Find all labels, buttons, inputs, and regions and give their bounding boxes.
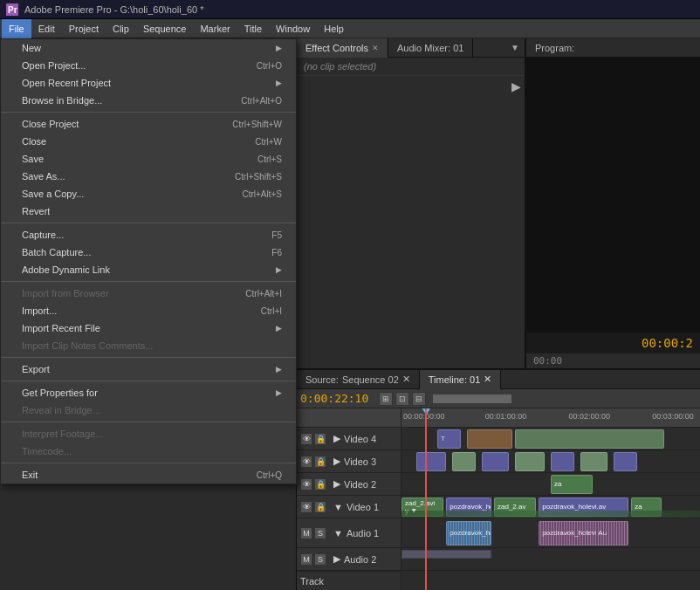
v4-expand[interactable]: ▶ xyxy=(333,433,340,444)
menu-item-browse[interactable]: Browse in Bridge...Ctrl+Alt+O xyxy=(1,92,296,109)
v1-lock[interactable]: 🔒 xyxy=(314,501,326,513)
a2-expand[interactable]: ▶ xyxy=(333,553,340,565)
v4-clip-2[interactable] xyxy=(467,429,511,449)
v3-clip-2[interactable] xyxy=(452,452,476,471)
a1-expand[interactable]: ▼ xyxy=(333,528,343,539)
menu-item-save-as[interactable]: Save As...Ctrl+Shift+S xyxy=(1,168,296,185)
v3-clip-4[interactable] xyxy=(515,452,545,471)
menu-window[interactable]: Window xyxy=(269,19,317,38)
audio-mixer-label: Audio Mixer: 01 xyxy=(397,43,463,53)
menu-item-dynamic-link[interactable]: Adobe Dynamic Link xyxy=(1,261,296,278)
timecode-value: 00:00:2 xyxy=(642,336,693,350)
effect-controls-content: (no clip selected) ▶ xyxy=(297,58,525,368)
a2-label: Audio 2 xyxy=(344,554,376,565)
menu-item-close-project[interactable]: Close ProjectCtrl+Shift+W xyxy=(1,115,296,133)
track-label-video1: 👁 🔒 ▼ Video 1 xyxy=(297,496,401,518)
menu-item-exit[interactable]: ExitCtrl+Q xyxy=(1,466,296,484)
tracks-data: 00:00:00:00 00:01:00:00 00:02:00:00 00:0… xyxy=(401,408,700,590)
menu-item-batch-capture[interactable]: Batch Capture...F6 xyxy=(1,244,296,261)
menu-item-get-properties[interactable]: Get Properties for xyxy=(1,384,296,401)
menu-item-import-recent[interactable]: Import Recent File xyxy=(1,319,296,337)
menu-item-reveal-bridge: Reveal in Bridge... xyxy=(1,401,296,419)
ec-scroll-right[interactable]: ▶ xyxy=(511,79,521,93)
v4-clip-1[interactable]: T xyxy=(437,429,461,449)
track-label-audio1: M S ▼ Audio 1 xyxy=(297,518,401,548)
a2-solo[interactable]: S xyxy=(314,553,326,566)
a1-solo[interactable]: S xyxy=(314,527,326,539)
v1-thumbnail-strip xyxy=(401,511,700,518)
v1-expand[interactable]: ▼ xyxy=(333,502,343,512)
audio2-track-data[interactable] xyxy=(401,548,700,571)
v4-eye[interactable]: 👁 xyxy=(300,433,312,445)
audio1-track-data[interactable]: pozdravok_hc pozdravok_holevi Au xyxy=(401,518,700,548)
a2-mute[interactable]: M xyxy=(300,553,312,566)
menu-help[interactable]: Help xyxy=(317,19,351,38)
v3-eye[interactable]: 👁 xyxy=(300,456,312,468)
menu-clip[interactable]: Clip xyxy=(106,19,136,38)
a1-mute[interactable]: M xyxy=(300,527,312,539)
v3-clip-3[interactable] xyxy=(482,452,509,471)
ec-panel-menu[interactable]: ▼ xyxy=(505,43,525,52)
timeline-btn-2[interactable]: ⊡ xyxy=(395,392,409,406)
menu-item-export[interactable]: Export xyxy=(1,360,296,378)
separator-2 xyxy=(1,223,296,223)
v4-clip-3[interactable] xyxy=(515,429,664,449)
separator-3 xyxy=(1,281,296,282)
v2-eye[interactable]: 👁 xyxy=(300,478,312,491)
v3-clip-6[interactable] xyxy=(580,452,607,471)
a2-level-1 xyxy=(401,550,491,559)
program-tab[interactable]: Program: xyxy=(526,38,583,58)
menu-marker[interactable]: Marker xyxy=(193,19,237,38)
a1-clip-2[interactable]: pozdravok_holevi Au xyxy=(539,521,628,545)
menu-title[interactable]: Title xyxy=(237,19,269,38)
svg-text:Pr: Pr xyxy=(8,5,17,15)
timeline-tab[interactable]: Timeline: 01 ✕ xyxy=(420,370,502,389)
menu-item-open-project[interactable]: Open Project...Ctrl+O xyxy=(1,57,296,74)
audio-mixer-tab[interactable]: Audio Mixer: 01 xyxy=(388,38,473,58)
track-label-audio2: M S ▶ Audio 2 xyxy=(297,548,401,571)
v2-clip-1[interactable]: za xyxy=(551,475,593,494)
sequence-tab[interactable]: Source: Sequence 02 ✕ xyxy=(297,370,420,389)
timeline-btn-3[interactable]: ⊟ xyxy=(412,392,426,406)
menu-file[interactable]: File xyxy=(2,19,31,38)
effect-controls-tab[interactable]: Effect Controls ✕ xyxy=(297,38,388,58)
track-label-video4: 👁 🔒 ▶ Video 4 xyxy=(297,428,401,450)
v3-expand[interactable]: ▶ xyxy=(333,456,340,467)
app-icon: Pr xyxy=(5,3,19,17)
menu-item-open-recent[interactable]: Open Recent Project xyxy=(1,74,296,92)
a1-clip-1[interactable]: pozdravok_hc xyxy=(446,521,491,545)
menu-item-save[interactable]: SaveCtrl+S xyxy=(1,150,296,168)
timeline-btn-1[interactable]: ⊞ xyxy=(379,392,393,406)
menu-item-revert[interactable]: Revert xyxy=(1,202,296,220)
v4-lock[interactable]: 🔒 xyxy=(314,433,326,445)
menu-item-import[interactable]: Import...Ctrl+I xyxy=(1,302,296,319)
menu-item-new[interactable]: New xyxy=(1,39,296,57)
v3-clip-1[interactable] xyxy=(416,452,446,471)
video2-track-data[interactable]: za xyxy=(401,473,700,496)
ec-tab-label: Effect Controls xyxy=(305,43,368,53)
v3-clip-5[interactable] xyxy=(551,452,574,471)
video1-track-data[interactable]: zad_2.avi y ▼ pozdravok_hc zad_2.av pozd… xyxy=(401,496,700,518)
menu-item-close[interactable]: CloseCtrl+W xyxy=(1,133,296,150)
v2-expand[interactable]: ▶ xyxy=(333,478,340,490)
v3-lock[interactable]: 🔒 xyxy=(314,456,326,468)
menu-edit[interactable]: Edit xyxy=(31,19,62,38)
video4-track-data[interactable]: T xyxy=(401,428,700,450)
ruler-spacer xyxy=(297,408,401,428)
menu-item-capture[interactable]: Capture...F5 xyxy=(1,226,296,244)
ruler-start: 00:00:00:00 xyxy=(403,412,445,421)
v2-lock[interactable]: 🔒 xyxy=(314,478,326,491)
ruler-mark-1: 00:01:00:00 xyxy=(485,412,527,421)
menu-project[interactable]: Project xyxy=(62,19,106,38)
sequence-tab-close[interactable]: ✕ xyxy=(402,374,410,385)
program-monitor: Program: 00:00:2 00:00 xyxy=(525,38,700,368)
timeline-tab-close[interactable]: ✕ xyxy=(484,374,491,385)
v1-eye[interactable]: 👁 xyxy=(300,501,312,513)
ec-tab-close[interactable]: ✕ xyxy=(372,44,379,52)
video3-track-data[interactable] xyxy=(401,450,700,473)
v3-clip-7[interactable] xyxy=(614,452,637,471)
v3-controls: 👁 🔒 xyxy=(300,456,326,468)
timeline-zoom-bar[interactable] xyxy=(433,394,693,403)
menu-sequence[interactable]: Sequence xyxy=(136,19,194,38)
menu-item-save-copy[interactable]: Save a Copy...Ctrl+Alt+S xyxy=(1,185,296,202)
